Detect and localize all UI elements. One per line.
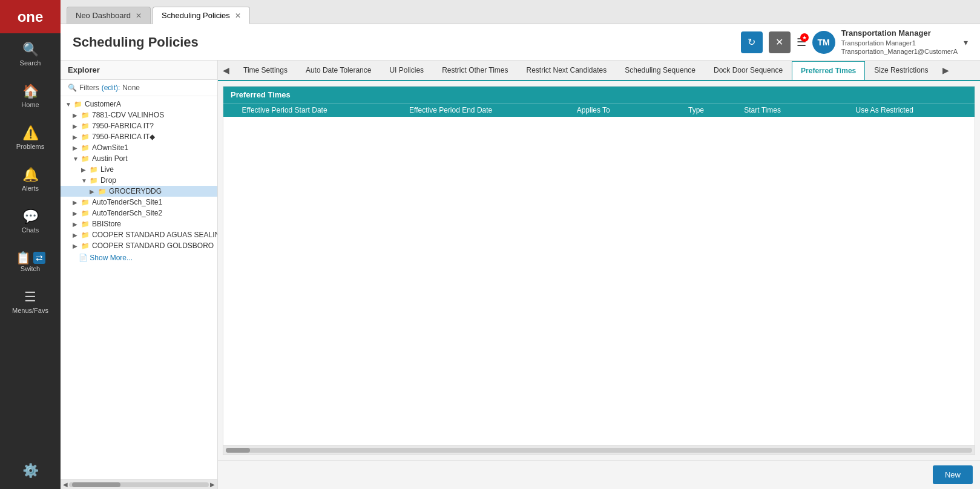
sub-tab-restrict-other-times[interactable]: Restrict Other Times bbox=[433, 61, 517, 80]
tab-close-scheduling-policies[interactable]: ✕ bbox=[235, 12, 241, 19]
folder-icon: 📁 bbox=[90, 166, 98, 174]
sub-tab-prev[interactable]: ◀ bbox=[218, 61, 234, 80]
tab-bar: Neo Dashboard ✕ Scheduling Policies ✕ bbox=[61, 0, 980, 24]
chats-icon: 💬 bbox=[22, 209, 39, 225]
tree-item-autotender2[interactable]: ▶ 📁 AutoTenderSch_Site2 bbox=[61, 208, 217, 218]
sub-tab-time-settings[interactable]: Time Settings bbox=[234, 61, 297, 80]
sub-tab-scheduling-sequence[interactable]: Scheduling Sequence bbox=[616, 61, 705, 80]
menu-button[interactable]: ☰ ★ bbox=[797, 36, 806, 49]
tree-toggle-customerA[interactable]: ▼ bbox=[65, 101, 74, 108]
content-area: Explorer 🔍 Filters (edit): None ▼ 📁 Cust… bbox=[61, 61, 980, 489]
settings-icon: ⚙️ bbox=[22, 463, 39, 479]
sub-tab-ui-policies[interactable]: UI Policies bbox=[380, 61, 433, 80]
page-title: Scheduling Policies bbox=[73, 34, 199, 50]
sub-tab-auto-date-tolerance[interactable]: Auto Date Tolerance bbox=[297, 61, 381, 80]
col-header-checkbox bbox=[231, 106, 242, 114]
sub-tab-restrict-next-candidates[interactable]: Restrict Next Candidates bbox=[517, 61, 616, 80]
user-info: TM Transportation Manager Transportation… bbox=[812, 28, 968, 56]
folder-icon: 📁 bbox=[81, 231, 90, 239]
sidebar-item-settings[interactable]: ⚙️ bbox=[0, 455, 61, 489]
explorer-header: Explorer bbox=[61, 61, 217, 80]
tree-toggle-coopergoldsboro[interactable]: ▶ bbox=[73, 243, 81, 249]
user-dropdown-arrow[interactable]: ▾ bbox=[964, 38, 968, 47]
tree-item-7881[interactable]: ▶ 📁 7881-CDV VALINHOS bbox=[61, 110, 217, 120]
tree-toggle-7950b[interactable]: ▶ bbox=[73, 134, 81, 140]
tree-item-bbistore[interactable]: ▶ 📁 BBIStore bbox=[61, 218, 217, 229]
file-icon: 📄 bbox=[79, 254, 88, 262]
tree-item-live[interactable]: ▶ 📁 Live bbox=[61, 164, 217, 175]
menus-icon: ☰ bbox=[24, 289, 36, 305]
explorer-scrollbar[interactable]: ◀ ▶ bbox=[61, 479, 217, 489]
tree-item-drop[interactable]: ▼ 📁 Drop bbox=[61, 175, 217, 186]
explorer-panel: Explorer 🔍 Filters (edit): None ▼ 📁 Cust… bbox=[61, 61, 218, 489]
header-actions: ↻ ✕ ☰ ★ TM Transportation Manager Transp… bbox=[741, 28, 968, 56]
folder-icon: 📁 bbox=[81, 144, 90, 152]
scroll-left-arrow[interactable]: ◀ bbox=[62, 481, 69, 488]
col-header-effective-end: Effective Period End Date bbox=[409, 106, 577, 114]
switch-icon2: ⇄ bbox=[33, 252, 45, 264]
col-header-effective-start: Effective Period Start Date bbox=[242, 106, 409, 114]
table-column-headers: Effective Period Start Date Effective Pe… bbox=[223, 103, 975, 117]
folder-icon: 📁 bbox=[81, 242, 90, 250]
sidebar-item-menus[interactable]: ☰ Menus/Favs bbox=[0, 281, 61, 323]
sidebar-item-home[interactable]: 🏠 Home bbox=[0, 75, 61, 117]
home-icon: 🏠 bbox=[22, 84, 39, 99]
refresh-button[interactable]: ↻ bbox=[741, 31, 763, 53]
sub-tab-preferred-times[interactable]: Preferred Times bbox=[792, 61, 865, 81]
tree-toggle-7881[interactable]: ▶ bbox=[73, 112, 81, 119]
tree-toggle-cooperaguas[interactable]: ▶ bbox=[73, 232, 81, 238]
table-scrollbar-thumb[interactable] bbox=[226, 448, 250, 453]
sidebar-item-search[interactable]: 🔍 Search bbox=[0, 33, 61, 75]
tree-item-autotender1[interactable]: ▶ 📁 AutoTenderSch_Site1 bbox=[61, 197, 217, 208]
tree-item-groceryddg[interactable]: ▶ 📁 GROCERYDDG bbox=[61, 186, 217, 197]
folder-icon: 📁 bbox=[81, 209, 90, 217]
tree-toggle-aownsite1[interactable]: ▶ bbox=[73, 145, 81, 151]
table-scrollbar-x[interactable] bbox=[223, 445, 975, 455]
tab-scheduling-policies[interactable]: Scheduling Policies ✕ bbox=[153, 7, 250, 24]
tree-item-austinport[interactable]: ▼ 📁 Austin Port bbox=[61, 153, 217, 164]
folder-icon: 📁 bbox=[81, 111, 90, 119]
new-button[interactable]: New bbox=[933, 465, 973, 484]
sidebar-item-switch[interactable]: 📋 ⇄ Switch bbox=[0, 242, 61, 281]
sidebar-item-problems[interactable]: ⚠️ Problems bbox=[0, 117, 61, 159]
col-header-start-times: Start Times bbox=[744, 106, 855, 114]
switch-icon1: 📋 bbox=[16, 251, 31, 265]
table-scrollbar-track[interactable] bbox=[226, 448, 972, 453]
sidebar: one 🔍 Search 🏠 Home ⚠️ Problems 🔔 Alerts… bbox=[0, 0, 61, 489]
folder-icon: 📁 bbox=[81, 220, 90, 228]
tree-toggle-bbistore[interactable]: ▶ bbox=[73, 221, 81, 228]
show-more-link[interactable]: 📄 Show More... bbox=[61, 251, 217, 264]
sidebar-item-chats[interactable]: 💬 Chats bbox=[0, 200, 61, 242]
folder-icon: 📁 bbox=[81, 122, 90, 130]
tree-item-aownsite1[interactable]: ▶ 📁 AOwnSite1 bbox=[61, 142, 217, 153]
scroll-right-arrow[interactable]: ▶ bbox=[209, 481, 216, 488]
tree-toggle-autotender1[interactable]: ▶ bbox=[73, 199, 81, 206]
tree-toggle-live[interactable]: ▶ bbox=[81, 166, 90, 173]
alerts-icon: 🔔 bbox=[22, 167, 39, 183]
tree-item-7950a[interactable]: ▶ 📁 7950-FABRICA IT? bbox=[61, 120, 217, 131]
tree-toggle-drop[interactable]: ▼ bbox=[81, 177, 90, 184]
right-panel: ◀ Time Settings Auto Date Tolerance UI P… bbox=[218, 61, 980, 489]
sub-tab-size-restrictions[interactable]: Size Restrictions bbox=[865, 61, 937, 80]
tree-toggle-austinport[interactable]: ▼ bbox=[73, 156, 81, 162]
sub-tab-dock-door-sequence[interactable]: Dock Door Sequence bbox=[705, 61, 792, 80]
tree-toggle-autotender2[interactable]: ▶ bbox=[73, 210, 81, 217]
explorer-tree: ▼ 📁 CustomerA ▶ 📁 7881-CDV VALINHOS ▶ 📁 … bbox=[61, 96, 217, 479]
sub-tab-next[interactable]: ▶ bbox=[938, 61, 954, 80]
tree-toggle-groceryddg[interactable]: ▶ bbox=[90, 188, 98, 195]
tree-item-cooperaguas[interactable]: ▶ 📁 COOPER STANDARD AGUAS SEALING (S... bbox=[61, 229, 217, 240]
sidebar-item-alerts[interactable]: 🔔 Alerts bbox=[0, 159, 61, 200]
filter-edit-link[interactable]: (edit): bbox=[102, 84, 120, 92]
folder-icon: 📁 bbox=[81, 133, 90, 141]
tree-item-7950b[interactable]: ▶ 📁 7950-FABRICA IT◆ bbox=[61, 131, 217, 142]
scrollbar-thumb[interactable] bbox=[72, 482, 120, 487]
tree-item-customerA[interactable]: ▼ 📁 CustomerA bbox=[61, 99, 217, 110]
tab-neo-dashboard[interactable]: Neo Dashboard ✕ bbox=[67, 7, 151, 24]
main-area: Neo Dashboard ✕ Scheduling Policies ✕ Sc… bbox=[61, 0, 980, 489]
app-logo[interactable]: one bbox=[0, 0, 61, 33]
clear-button[interactable]: ✕ bbox=[769, 31, 791, 53]
tree-item-coopergoldsboro[interactable]: ▶ 📁 COOPER STANDARD GOLDSBORO bbox=[61, 240, 217, 251]
scrollbar-track[interactable] bbox=[69, 482, 209, 487]
tab-close-neo-dashboard[interactable]: ✕ bbox=[136, 12, 142, 19]
tree-toggle-7950a[interactable]: ▶ bbox=[73, 123, 81, 130]
